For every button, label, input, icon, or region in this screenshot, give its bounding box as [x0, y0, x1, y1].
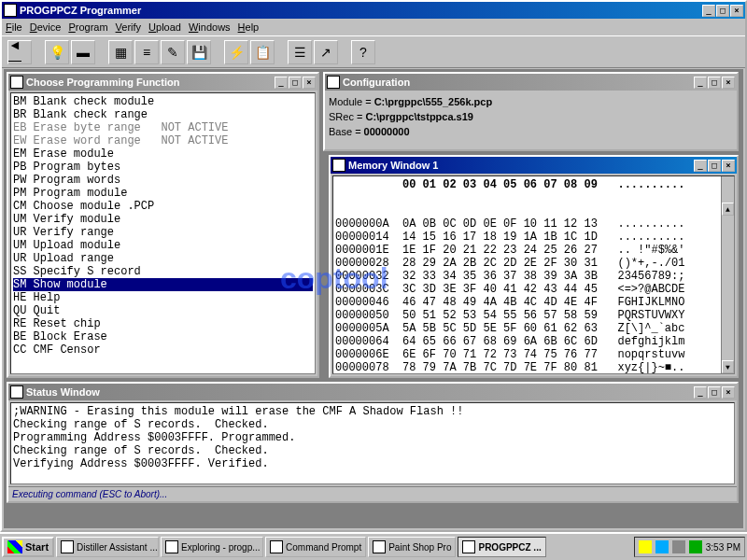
minimize-button[interactable]: _ [694, 386, 707, 399]
task-label: Exploring - progp... [181, 542, 261, 553]
maximize-button[interactable]: □ [708, 386, 721, 399]
close-button[interactable]: × [730, 5, 743, 17]
tray-icon[interactable] [655, 540, 669, 553]
func-item-pw[interactable]: PW Program words [13, 174, 313, 187]
scroll-up-button[interactable]: ▲ [722, 203, 734, 216]
memory-window: Memory Window 1 _ □ × 00 01 02 03 04 05 … [329, 155, 739, 378]
func-list[interactable]: BM Blank check moduleBR Blank check rang… [10, 92, 316, 374]
memory-titlebar[interactable]: Memory Window 1 _ □ × [331, 157, 737, 174]
main-window: PROGPPCZ Programmer _ □ × File Device Pr… [0, 0, 747, 532]
func-item-em[interactable]: EM Erase module [13, 147, 313, 161]
func-item-br[interactable]: BR Blank check range [13, 108, 313, 121]
scroll-down-button[interactable]: ▼ [722, 360, 734, 373]
memory-row[interactable]: 00000050 50 51 52 53 54 55 56 57 58 59 P… [335, 309, 732, 322]
menu-help[interactable]: Help [238, 21, 260, 33]
task-label: PROGPPCZ ... [478, 542, 541, 553]
func-item-ss[interactable]: SS Specify S record [13, 265, 313, 278]
func-item-he[interactable]: HE Help [13, 291, 313, 304]
memory-row[interactable]: 00000078 78 79 7A 7B 7C 7D 7E 7F 80 81 x… [335, 361, 732, 374]
func-item-ur[interactable]: UR Upload range [13, 252, 313, 265]
memory-row[interactable]: 0000003C 3C 3D 3E 3F 40 41 42 43 44 45 <… [335, 283, 732, 296]
func-titlebar[interactable]: Choose Programming Function _ □ × [8, 74, 317, 91]
close-button[interactable]: × [722, 160, 735, 172]
memory-row[interactable]: 0000000A 0A 0B 0C 0D 0E 0F 10 11 12 13 .… [335, 217, 732, 231]
func-item-qu[interactable]: QU Quit [13, 304, 313, 317]
task-button[interactable]: Paint Shop Pro [368, 537, 456, 557]
memory-row[interactable]: 00000046 46 47 48 49 4A 4B 4C 4D 4E 4F F… [335, 296, 732, 309]
memory-content[interactable]: 00 01 02 03 04 05 06 07 08 09 ..........… [332, 175, 735, 374]
memory-row[interactable]: 00000014 14 15 16 17 18 19 1A 1B 1C 1D .… [335, 231, 732, 244]
close-button[interactable]: × [722, 386, 735, 399]
status-window: Status Window _ □ × ;WARNING - Erasing t… [7, 382, 739, 503]
toolbar-button-8[interactable]: 📋 [250, 40, 275, 64]
menu-file[interactable]: File [6, 21, 22, 33]
config-content: Module = C:\prgppc\555_256k.pcp SRec = C… [325, 91, 737, 143]
menu-device[interactable]: Device [30, 21, 62, 33]
toolbar-button-11[interactable]: ? [351, 40, 375, 64]
minimize-button[interactable]: _ [694, 77, 707, 89]
func-item-cc[interactable]: CC CMF Censor [13, 343, 313, 357]
programming-function-window: Choose Programming Function _ □ × BM Bla… [7, 72, 319, 378]
maximize-button[interactable]: □ [289, 77, 302, 89]
task-button[interactable]: Command Prompt [265, 537, 366, 557]
func-item-eb[interactable]: EB Erase byte range NOT ACTIVE [13, 121, 313, 134]
task-button[interactable]: PROGPPCZ ... [458, 537, 545, 557]
toolbar-button-3[interactable]: ▦ [108, 40, 133, 64]
app-titlebar[interactable]: PROGPPCZ Programmer _ □ × [2, 2, 745, 19]
toolbar-button-4[interactable]: ≡ [134, 40, 159, 64]
toolbar-button-10[interactable]: ↗ [314, 40, 338, 64]
func-item-cm[interactable]: CM Choose module .PCP [13, 200, 313, 213]
tray-icon[interactable] [689, 540, 702, 553]
memory-row[interactable]: 0000006E 6E 6F 70 71 72 73 74 75 76 77 n… [335, 348, 732, 361]
toolbar-button-2[interactable]: ▬ [71, 40, 95, 64]
toolbar-button-6[interactable]: 💾 [187, 40, 211, 64]
func-item-pm[interactable]: PM Program module [13, 187, 313, 200]
tray-icon[interactable] [672, 540, 685, 553]
func-item-sm[interactable]: SM Show module [13, 278, 313, 291]
func-item-pb[interactable]: PB Program bytes [13, 161, 313, 174]
menu-verify[interactable]: Verify [116, 21, 142, 33]
status-footer: Executing command (ESC to Abort)... [8, 486, 737, 501]
clock: 3:53 PM [706, 542, 740, 553]
maximize-button[interactable]: □ [708, 77, 721, 89]
memory-row[interactable]: 0000001E 1E 1F 20 21 22 23 24 25 26 27 .… [335, 244, 732, 257]
status-titlebar[interactable]: Status Window _ □ × [8, 384, 737, 400]
minimize-button[interactable]: _ [275, 77, 288, 89]
menu-program[interactable]: Program [68, 21, 107, 33]
maximize-button[interactable]: □ [708, 160, 721, 172]
toolbar-button-0[interactable]: ◄— [7, 40, 32, 64]
func-item-re[interactable]: RE Reset chip [13, 317, 313, 330]
toolbar-button-1[interactable]: 💡 [45, 40, 69, 64]
func-item-um[interactable]: UM Upload module [13, 239, 313, 252]
memory-row[interactable]: 00000028 28 29 2A 2B 2C 2D 2E 2F 30 31 (… [335, 257, 732, 270]
memory-row[interactable]: 00000032 32 33 34 35 36 37 38 39 3A 3B 2… [335, 270, 732, 283]
func-item-ew[interactable]: EW Erase word range NOT ACTIVE [13, 134, 313, 147]
minimize-button[interactable]: _ [694, 160, 707, 172]
status-line: Verifying Address $0003FFFF. Verified. [13, 457, 732, 470]
memory-header: 00 01 02 03 04 05 06 07 08 09 .......... [335, 178, 732, 191]
close-button[interactable]: × [303, 77, 316, 89]
func-item-ur[interactable]: UR Verify range [13, 226, 313, 239]
task-button[interactable]: Distiller Assistant ... [56, 537, 159, 557]
system-tray[interactable]: 3:53 PM [634, 537, 745, 557]
toolbar-button-9[interactable]: ☰ [288, 40, 312, 64]
func-item-um[interactable]: UM Verify module [13, 213, 313, 226]
task-button[interactable]: Exploring - progp... [161, 537, 263, 557]
status-content: ;WARNING - Erasing this module will eras… [10, 402, 735, 484]
start-button[interactable]: Start [2, 537, 54, 557]
scrollbar[interactable]: ▲ ▼ [721, 176, 734, 373]
func-item-bm[interactable]: BM Blank check module [13, 95, 313, 108]
config-titlebar[interactable]: Configuration _ □ × [325, 74, 737, 91]
minimize-button[interactable]: _ [702, 5, 715, 17]
taskbar: Start Distiller Assistant ...Exploring -… [0, 532, 747, 560]
memory-row[interactable]: 0000005A 5A 5B 5C 5D 5E 5F 60 61 62 63 Z… [335, 322, 732, 335]
tray-icon[interactable] [639, 540, 652, 553]
close-button[interactable]: × [722, 77, 735, 89]
menu-windows[interactable]: Windows [189, 21, 231, 33]
menu-upload[interactable]: Upload [148, 21, 181, 33]
toolbar-button-5[interactable]: ✎ [161, 40, 185, 64]
toolbar-button-7[interactable]: ⚡ [224, 40, 248, 64]
memory-row[interactable]: 00000064 64 65 66 67 68 69 6A 6B 6C 6D d… [335, 335, 732, 348]
maximize-button[interactable]: □ [716, 5, 729, 17]
func-item-be[interactable]: BE Block Erase [13, 330, 313, 343]
